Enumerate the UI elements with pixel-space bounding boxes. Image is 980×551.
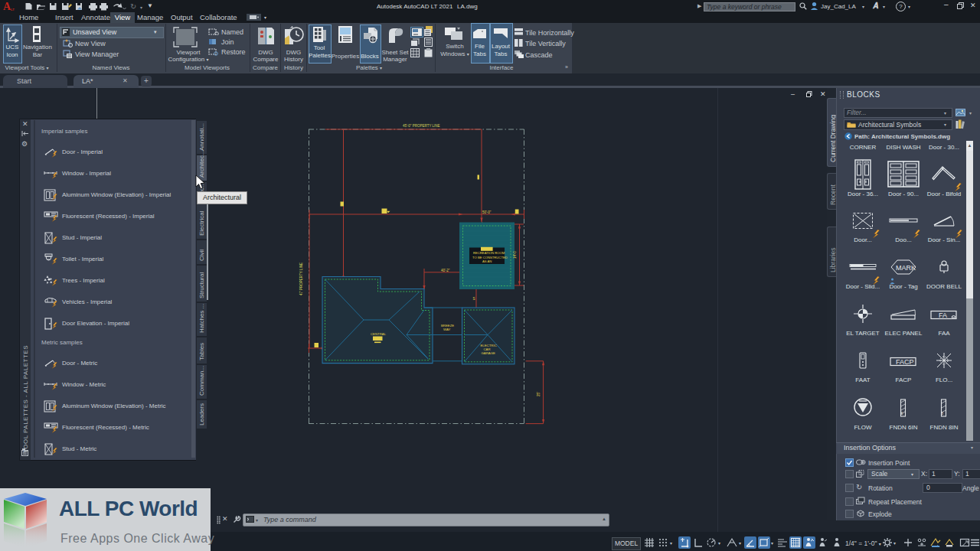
- svg-text:GARAGE: GARAGE: [482, 351, 496, 355]
- svg-text:6: 6: [901, 412, 903, 416]
- svg-text:50'-0": 50'-0": [482, 210, 492, 214]
- svg-text:45'-0" PROPERTY LINE: 45'-0" PROPERTY LINE: [403, 124, 440, 128]
- svg-text:BREEZE: BREEZE: [441, 324, 454, 328]
- svg-text:40'-2": 40'-2": [441, 269, 450, 272]
- svg-text:8: 8: [941, 412, 943, 416]
- svg-text:14'-0: 14'-0: [513, 251, 517, 259]
- svg-text:47' PROPERTY LINE: 47' PROPERTY LINE: [299, 262, 303, 295]
- svg-text:AS AN: AS AN: [482, 259, 492, 263]
- svg-text:MARK: MARK: [896, 264, 916, 272]
- svg-text:FACP: FACP: [896, 358, 914, 366]
- svg-text:25': 25': [537, 392, 541, 396]
- svg-text:RECREATION ROOM: RECREATION ROOM: [473, 251, 505, 255]
- svg-text:FA: FA: [939, 311, 947, 319]
- svg-text:WAY: WAY: [443, 328, 450, 331]
- svg-text:TO BE CONSTRUCTED: TO BE CONSTRUCTED: [472, 256, 508, 259]
- svg-text:S: S: [473, 297, 475, 301]
- svg-text:CENTRAL: CENTRAL: [371, 332, 387, 336]
